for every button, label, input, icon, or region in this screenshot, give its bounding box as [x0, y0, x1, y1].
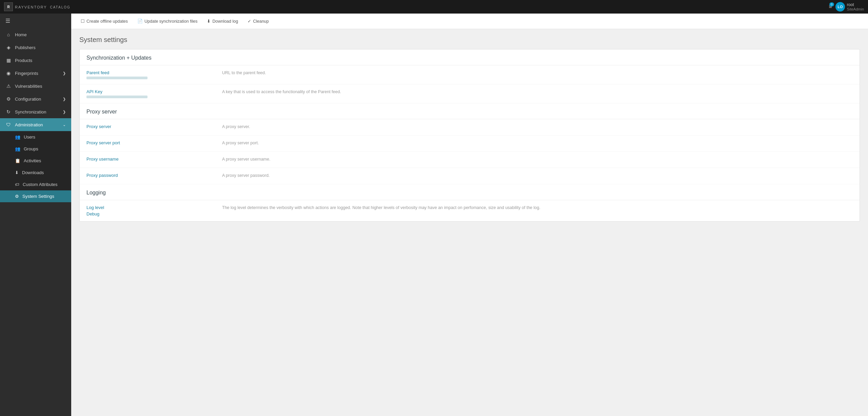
sidebar-item-synchronization[interactable]: ↻ Synchronization ❯ — [0, 105, 71, 118]
logo-icon: R — [4, 2, 13, 11]
fingerprints-icon: ◉ — [5, 70, 12, 76]
cleanup-icon: ✓ — [248, 19, 251, 24]
cleanup-label: Cleanup — [253, 19, 269, 24]
setting-left-parent-feed: Parent feed — [86, 70, 215, 79]
proxy-password-label[interactable]: Proxy password — [86, 173, 215, 178]
setting-row-proxy-username: Proxy username A proxy server username. — [80, 152, 860, 168]
sidebar-item-users[interactable]: 👥 Users — [0, 131, 71, 143]
api-key-description: A key that is used to access the functio… — [222, 89, 853, 94]
sidebar-item-publishers[interactable]: ◈ Publishers — [0, 41, 71, 54]
api-key-label[interactable]: API Key — [86, 89, 215, 94]
log-level-description: The log level determines the verbosity w… — [222, 205, 853, 210]
content-area: ☐ Create offline updates 📄 Update synchr… — [71, 14, 868, 416]
setting-left-proxy-password: Proxy password — [86, 173, 215, 179]
synchronization-chevron-icon: ❯ — [63, 110, 66, 114]
sidebar-item-system-settings-label: System Settings — [22, 194, 54, 199]
update-sync-files-button[interactable]: 📄 Update synchronization files — [133, 16, 201, 26]
custom-attributes-icon: 🏷 — [15, 182, 19, 187]
sidebar-item-users-label: Users — [24, 134, 35, 140]
sidebar-item-downloads[interactable]: ⬇ Downloads — [0, 167, 71, 179]
vulnerabilities-icon: ⚠ — [5, 83, 12, 89]
setting-row-log-level: Log level Debug The log level determines… — [80, 200, 860, 221]
logo: R RAYVENTORY CATALOG — [4, 2, 71, 11]
logo-text: RAYVENTORY CATALOG — [15, 4, 71, 9]
user-menu[interactable]: LO root SiteAdmin — [835, 2, 864, 12]
proxy-port-label[interactable]: Proxy server port — [86, 140, 215, 145]
sidebar-item-fingerprints-label: Fingerprints — [15, 71, 38, 76]
toolbar: ☐ Create offline updates 📄 Update synchr… — [71, 14, 868, 29]
download-log-label: Download log — [212, 19, 238, 24]
administration-icon: 🛡 — [5, 122, 12, 127]
configuration-chevron-icon: ❯ — [63, 97, 66, 101]
log-level-label[interactable]: Log level — [86, 205, 215, 210]
sidebar-item-home[interactable]: ⌂ Home — [0, 28, 71, 41]
create-offline-updates-button[interactable]: ☐ Create offline updates — [77, 16, 132, 26]
downloads-icon: ⬇ — [15, 170, 19, 175]
parent-feed-label[interactable]: Parent feed — [86, 70, 215, 75]
sidebar-item-groups[interactable]: 👥 Groups — [0, 143, 71, 155]
sidebar-item-vulnerabilities-label: Vulnerabilities — [15, 84, 42, 89]
sidebar-item-administration[interactable]: 🛡 Administration ⌄ — [0, 118, 71, 131]
page-title: System settings — [79, 36, 860, 44]
notifications-button[interactable]: ≡ 0 — [829, 4, 832, 10]
system-settings-icon: ⚙ — [15, 194, 19, 199]
sidebar-item-activities-label: Activities — [24, 158, 41, 163]
groups-icon: 👥 — [15, 146, 20, 151]
proxy-server-label[interactable]: Proxy server — [86, 124, 215, 129]
setting-row-proxy-port: Proxy server port A proxy server port. — [80, 136, 860, 152]
activities-icon: 📋 — [15, 158, 20, 163]
download-log-icon: ⬇ — [207, 19, 211, 24]
fingerprints-chevron-icon: ❯ — [63, 71, 66, 76]
setting-row-parent-feed: Parent feed URL to the parent feed. — [80, 65, 860, 84]
configuration-icon: ⚙ — [5, 96, 12, 102]
main-layout: ☰ ⌂ Home ◈ Publishers ▦ Products ◉ Finge… — [0, 14, 868, 416]
setting-row-api-key: API Key A key that is used to access the… — [80, 84, 860, 103]
setting-left-api-key: API Key — [86, 89, 215, 98]
user-info: root SiteAdmin — [847, 2, 864, 11]
sidebar-item-vulnerabilities[interactable]: ⚠ Vulnerabilities — [0, 80, 71, 92]
sidebar: ☰ ⌂ Home ◈ Publishers ▦ Products ◉ Finge… — [0, 14, 71, 416]
update-sync-icon: 📄 — [137, 19, 143, 24]
setting-left-log-level: Log level Debug — [86, 205, 215, 216]
sidebar-item-products[interactable]: ▦ Products — [0, 54, 71, 67]
sidebar-item-fingerprints[interactable]: ◉ Fingerprints ❯ — [0, 67, 71, 80]
synchronization-icon: ↻ — [5, 109, 12, 115]
sidebar-item-groups-label: Groups — [24, 146, 38, 151]
sidebar-item-configuration[interactable]: ⚙ Configuration ❯ — [0, 92, 71, 105]
page-content: System settings Synchronization + Update… — [71, 29, 868, 416]
topbar-right: ≡ 0 LO root SiteAdmin — [829, 2, 864, 12]
notification-badge: 0 — [829, 2, 834, 6]
log-level-value[interactable]: Debug — [86, 211, 215, 216]
sidebar-item-downloads-label: Downloads — [22, 170, 44, 175]
home-icon: ⌂ — [5, 32, 12, 37]
proxy-port-description: A proxy server port. — [222, 140, 853, 145]
api-key-input[interactable] — [86, 96, 147, 98]
parent-feed-input[interactable] — [86, 77, 147, 79]
hamburger-button[interactable]: ☰ — [0, 14, 71, 28]
sidebar-item-home-label: Home — [15, 32, 27, 37]
section-sync-updates-header: Synchronization + Updates — [80, 49, 860, 65]
sidebar-item-activities[interactable]: 📋 Activities — [0, 155, 71, 167]
download-log-button[interactable]: ⬇ Download log — [203, 16, 242, 26]
sidebar-item-publishers-label: Publishers — [15, 45, 36, 50]
sidebar-item-synchronization-label: Synchronization — [15, 109, 46, 115]
sidebar-item-configuration-label: Configuration — [15, 97, 41, 102]
setting-left-proxy-server: Proxy server — [86, 124, 215, 130]
section-proxy-server-header: Proxy server — [80, 103, 860, 119]
proxy-server-description: A proxy server. — [222, 124, 853, 129]
sidebar-item-system-settings[interactable]: ⚙ System Settings — [0, 190, 71, 202]
proxy-username-label[interactable]: Proxy username — [86, 157, 215, 162]
cleanup-button[interactable]: ✓ Cleanup — [243, 16, 273, 26]
settings-card: Synchronization + Updates Parent feed UR… — [79, 49, 860, 222]
proxy-username-description: A proxy server username. — [222, 157, 853, 162]
publishers-icon: ◈ — [5, 45, 12, 50]
parent-feed-description: URL to the parent feed. — [222, 70, 853, 75]
sidebar-item-custom-attributes[interactable]: 🏷 Custom Attributes — [0, 179, 71, 190]
setting-left-proxy-username: Proxy username — [86, 157, 215, 163]
proxy-password-description: A proxy server password. — [222, 173, 853, 178]
users-icon: 👥 — [15, 134, 20, 140]
sidebar-item-custom-attributes-label: Custom Attributes — [23, 182, 58, 187]
administration-chevron-icon: ⌄ — [63, 123, 66, 127]
sidebar-item-products-label: Products — [15, 58, 32, 63]
setting-left-proxy-port: Proxy server port — [86, 140, 215, 147]
